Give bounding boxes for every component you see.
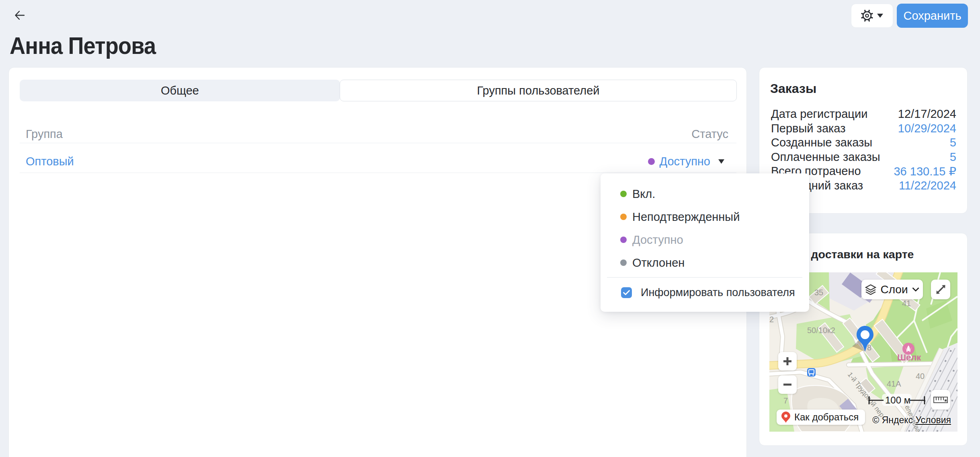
svg-text:41: 41	[902, 299, 911, 308]
svg-text:100 м: 100 м	[885, 395, 910, 406]
svg-text:2: 2	[769, 315, 774, 324]
svg-text:40: 40	[916, 372, 925, 381]
svg-text:50/10к2: 50/10к2	[807, 326, 835, 335]
svg-text:41А: 41А	[887, 379, 901, 388]
svg-text:Шелк: Шелк	[897, 352, 921, 362]
svg-text:7: 7	[783, 396, 788, 405]
svg-text:8: 8	[867, 343, 871, 352]
svg-text:35: 35	[814, 288, 823, 297]
